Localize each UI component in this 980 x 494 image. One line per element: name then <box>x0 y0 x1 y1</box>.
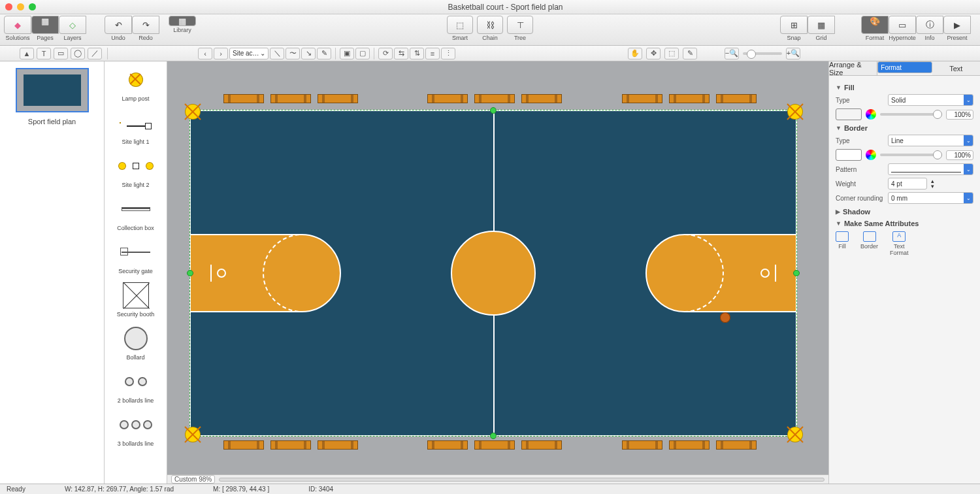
canvas[interactable]: Custom 98% <box>167 61 828 484</box>
tab-text[interactable]: Text <box>932 61 980 75</box>
group-tool[interactable]: ▣ <box>340 48 354 59</box>
bench-shape[interactable] <box>669 440 710 450</box>
hand-tool[interactable]: ✋ <box>628 48 642 59</box>
fill-type-select[interactable]: Solid⌄ <box>888 94 973 106</box>
tab-format[interactable]: Format <box>877 61 932 73</box>
bench-shape[interactable] <box>521 94 562 103</box>
zoom-in-button[interactable]: +🔍 <box>786 48 800 59</box>
zoom-out-button[interactable]: −🔍 <box>725 48 739 59</box>
bench-shape[interactable] <box>622 440 662 450</box>
bench-shape[interactable] <box>474 440 515 450</box>
bench-shape[interactable] <box>669 94 710 103</box>
pencil-tool[interactable]: ✎ <box>317 48 331 59</box>
page-thumbnail[interactable] <box>16 68 89 112</box>
color-wheel-icon[interactable] <box>866 150 876 160</box>
flip-h-tool[interactable]: ⇆ <box>394 48 408 59</box>
present-button[interactable]: ▶ <box>943 16 971 34</box>
lib-back-button[interactable]: ‹ <box>198 48 212 59</box>
fill-color-swatch[interactable] <box>836 108 862 120</box>
library-button[interactable]: ▦ <box>169 16 196 26</box>
shadow-section-header[interactable]: ▶Shadow <box>836 208 973 216</box>
bench-shape[interactable] <box>223 440 264 450</box>
bench-shape[interactable] <box>716 440 757 450</box>
border-opacity-slider[interactable] <box>880 154 942 156</box>
line-diag-tool[interactable]: ／ <box>88 48 102 59</box>
selection-handle[interactable] <box>187 270 193 276</box>
hypernote-button[interactable]: ▭ <box>889 16 916 34</box>
bench-shape[interactable] <box>270 440 311 450</box>
selection-handle[interactable] <box>490 433 497 439</box>
border-type-select[interactable]: Line⌄ <box>888 135 973 146</box>
fill-section-header[interactable]: ▼Fill <box>836 84 973 91</box>
info-button[interactable]: ⓘ <box>916 16 943 34</box>
msa-border-button[interactable]: Border <box>860 231 878 256</box>
lamp-post-shape[interactable] <box>788 105 802 119</box>
border-color-swatch[interactable] <box>836 149 862 161</box>
connector-tool[interactable]: ↘ <box>301 48 316 59</box>
border-section-header[interactable]: ▼Border <box>836 124 973 132</box>
solutions-button[interactable]: ◆ <box>4 16 31 34</box>
format-button[interactable]: 🎨 <box>861 16 889 34</box>
color-wheel-icon[interactable] <box>866 109 876 120</box>
pattern-select[interactable]: ⌄ <box>888 163 973 175</box>
tree-button[interactable]: ⊤ <box>507 16 533 34</box>
rect-tool[interactable]: ▭ <box>54 48 68 59</box>
bench-shape[interactable] <box>270 94 311 103</box>
zoom-select[interactable]: Custom 98% <box>171 475 215 484</box>
msa-section-header[interactable]: ▼Make Same Attributes <box>836 220 973 227</box>
bench-shape[interactable] <box>521 440 562 450</box>
ungroup-tool[interactable]: ▢ <box>355 48 370 59</box>
pages-button[interactable]: ▦ <box>31 16 59 34</box>
smart-button[interactable]: ⬚ <box>447 16 473 34</box>
border-opacity-value[interactable]: 100% <box>946 150 973 160</box>
lib-item-lamp-post[interactable]: Lamp post <box>107 67 164 102</box>
zoom-slider[interactable] <box>743 52 782 55</box>
weight-input[interactable]: 4 pt <box>888 178 927 189</box>
align-tool[interactable]: ≡ <box>425 48 440 59</box>
crop-tool[interactable]: ⬚ <box>664 48 679 59</box>
lamp-post-shape[interactable] <box>788 427 802 442</box>
lib-item-security-booth[interactable]: Security booth <box>107 282 164 318</box>
layers-button[interactable]: ◇ <box>59 16 86 34</box>
rotate-tool[interactable]: ⟳ <box>378 48 393 59</box>
bench-shape[interactable] <box>474 94 515 103</box>
bench-shape[interactable] <box>223 94 264 103</box>
flip-v-tool[interactable]: ⇅ <box>410 48 424 59</box>
selection-handle[interactable] <box>793 270 800 276</box>
msa-fill-button[interactable]: Fill <box>836 231 849 256</box>
lib-item-3-bollards[interactable]: 3 bollards line <box>107 412 164 447</box>
lib-item-site-light-2[interactable]: Site light 2 <box>107 153 164 188</box>
lib-item-2-bollards[interactable]: 2 bollards line <box>107 369 164 404</box>
library-panel[interactable]: Lamp post Site light 1 Site light 2 Coll… <box>105 61 167 484</box>
lib-item-security-gate[interactable]: Security gate <box>107 239 164 274</box>
stepper-icon[interactable]: ▴▾ <box>931 178 934 189</box>
bench-shape[interactable] <box>318 440 358 450</box>
msa-text-button[interactable]: AText Format <box>890 231 909 256</box>
selection-handle[interactable] <box>490 107 497 114</box>
lib-item-collection-box[interactable]: Collection box <box>107 196 164 231</box>
ellipse-tool[interactable]: ◯ <box>71 48 85 59</box>
text-tool[interactable]: T <box>37 48 51 59</box>
undo-button[interactable]: ↶ <box>105 16 132 34</box>
lib-select[interactable]: Site ac…⌄ <box>229 48 269 59</box>
lib-item-bollard[interactable]: Bollard <box>107 325 164 361</box>
fill-opacity-value[interactable]: 100% <box>946 110 973 120</box>
lamp-post-shape[interactable] <box>186 105 200 119</box>
bench-shape[interactable] <box>427 440 468 450</box>
pan-tool[interactable]: ✥ <box>646 48 661 59</box>
close-icon[interactable] <box>5 3 12 10</box>
bench-shape[interactable] <box>622 94 662 103</box>
corner-select[interactable]: 0 mm⌄ <box>888 192 973 204</box>
pointer-tool[interactable]: ▲ <box>20 48 34 59</box>
horizontal-scrollbar[interactable]: Custom 98% <box>167 474 828 484</box>
distribute-tool[interactable]: ⋮ <box>441 48 455 59</box>
snap-button[interactable]: ⊞ <box>780 16 808 34</box>
tab-arrange[interactable]: Arrange & Size <box>829 61 877 75</box>
canvas-viewport[interactable] <box>170 64 826 473</box>
lib-item-site-light-1[interactable]: Site light 1 <box>107 110 164 145</box>
redo-button[interactable]: ↷ <box>132 16 159 34</box>
bench-shape[interactable] <box>427 94 468 103</box>
lib-forward-button[interactable]: › <box>214 48 228 59</box>
curve-tool[interactable]: 〜 <box>286 48 300 59</box>
line-tool[interactable]: ＼ <box>270 48 284 59</box>
